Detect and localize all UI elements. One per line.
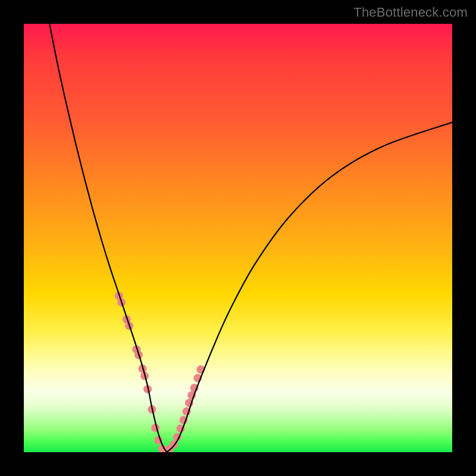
highlight-dot-series [115, 292, 205, 452]
watermark-label: TheBottleneck.com [353, 5, 468, 20]
chart-frame: TheBottleneck.com [0, 0, 476, 476]
plot-area [24, 24, 452, 452]
chart-svg [24, 24, 452, 452]
bottleneck-curve-path [49, 24, 452, 452]
